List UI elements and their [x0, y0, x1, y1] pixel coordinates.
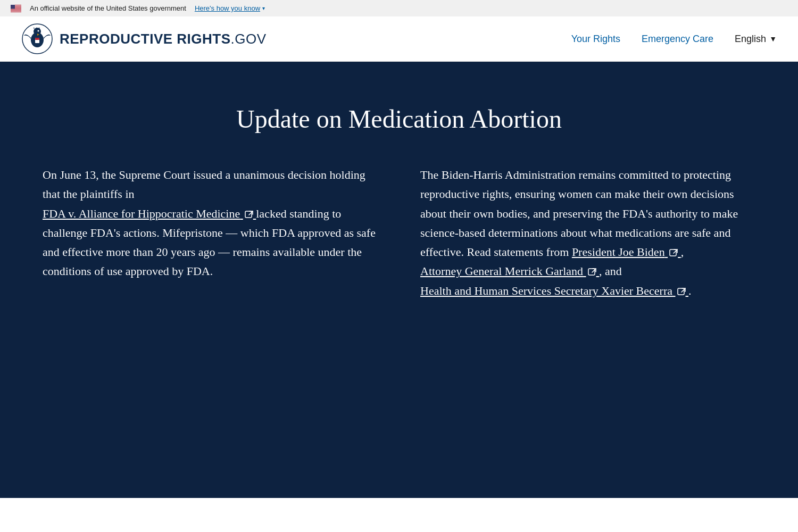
language-selector[interactable]: English ▼	[735, 34, 777, 45]
fda-case-link[interactable]: FDA v. Alliance for Hippocratic Medicine	[43, 207, 256, 220]
logo-rights: RIGHTS	[177, 31, 230, 47]
fda-case-link-text: FDA v. Alliance for Hippocratic Medicine	[43, 207, 240, 220]
external-link-icon-2	[669, 249, 678, 257]
svg-line-28	[681, 288, 685, 292]
svg-rect-8	[11, 9, 21, 10]
svg-rect-21	[245, 211, 252, 218]
hhs-eagle-icon: ★ ★ ★	[21, 23, 53, 55]
language-label: English	[735, 34, 766, 45]
biden-link[interactable]: President Joe Biden	[572, 245, 681, 259]
site-header: ★ ★ ★ REPRODUCTIVE RIGHTS.GOV Your Right…	[0, 16, 798, 62]
hero-right-col: The Biden-Harris Administration remains …	[420, 165, 755, 301]
period: .	[688, 284, 692, 297]
us-flag-icon	[11, 5, 21, 12]
site-logo[interactable]: ★ ★ ★ REPRODUCTIVE RIGHTS.GOV	[21, 23, 267, 55]
logo-reproductive: REPRODUCTIVE	[60, 31, 173, 47]
external-link-icon-4	[677, 288, 686, 296]
hero-left-col: On June 13, the Supreme Court issued a u…	[43, 165, 378, 301]
svg-rect-27	[678, 288, 684, 295]
biden-link-text: President Joe Biden	[572, 245, 665, 259]
svg-point-17	[38, 30, 39, 32]
svg-rect-7	[11, 9, 21, 9]
svg-rect-9	[11, 10, 21, 10]
language-caret-icon: ▼	[769, 35, 777, 43]
external-link-icon	[245, 211, 253, 219]
site-nav: Your Rights Emergency Care English ▼	[571, 34, 777, 45]
how-to-know-container[interactable]: Here's how you know ▾	[195, 4, 265, 12]
svg-line-26	[592, 269, 596, 272]
svg-line-24	[674, 250, 677, 253]
svg-line-22	[249, 211, 253, 215]
becerra-link[interactable]: Health and Human Services Secretary Xavi…	[420, 284, 688, 297]
svg-rect-23	[670, 250, 676, 256]
how-to-know-link[interactable]: Here's how you know	[195, 4, 260, 12]
hero-content: On June 13, the Supreme Court issued a u…	[43, 165, 755, 301]
svg-rect-13	[11, 5, 15, 9]
gov-banner: An official website of the United States…	[0, 0, 798, 16]
hero-right-text: The Biden-Harris Administration remains …	[420, 165, 755, 301]
svg-rect-11	[11, 11, 21, 11]
emergency-care-link[interactable]: Emergency Care	[642, 34, 713, 45]
chevron-down-icon: ▾	[262, 5, 265, 11]
svg-rect-19	[35, 38, 39, 40]
svg-rect-12	[11, 11, 21, 12]
hero-section: Update on Medication Abortion On June 13…	[0, 62, 798, 498]
left-text-before-link: On June 13, the Supreme Court issued a u…	[43, 168, 365, 201]
svg-rect-10	[11, 10, 21, 11]
separator-2: , and	[599, 264, 622, 278]
hero-left-text: On June 13, the Supreme Court issued a u…	[43, 165, 378, 281]
logo-gov: .GOV	[231, 31, 267, 47]
garland-link[interactable]: Attorney General Merrick Garland	[420, 264, 599, 278]
svg-text:★ ★ ★: ★ ★ ★	[33, 27, 40, 29]
svg-rect-25	[588, 269, 595, 275]
logo-text: REPRODUCTIVE RIGHTS.GOV	[60, 31, 267, 47]
your-rights-link[interactable]: Your Rights	[571, 34, 620, 45]
hero-title: Update on Medication Abortion	[43, 104, 755, 134]
official-text: An official website of the United States…	[30, 4, 186, 12]
separator-1: ,	[681, 245, 684, 259]
external-link-icon-3	[588, 268, 596, 277]
garland-link-text: Attorney General Merrick Garland	[420, 264, 583, 278]
becerra-link-text: Health and Human Services Secretary Xavi…	[420, 284, 672, 297]
